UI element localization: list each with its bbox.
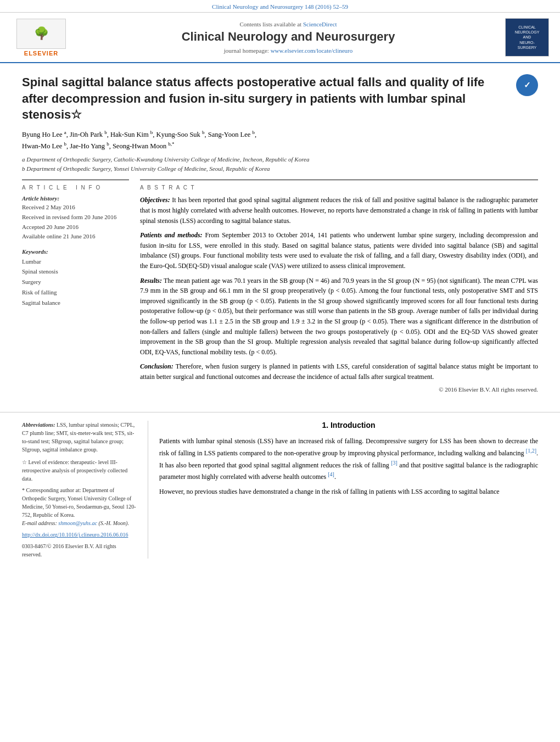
- authors-line: Byung Ho Lee a, Jin-Oh Park b, Hak-Sun K…: [22, 129, 538, 152]
- journal-citation: Clinical Neurology and Neurosurgery 148 …: [0, 0, 560, 13]
- accepted-date: Accepted 20 June 2016: [22, 222, 129, 232]
- sciencedirect-link[interactable]: ScienceDirect: [303, 21, 337, 27]
- email-label: E-mail address:: [22, 520, 57, 526]
- corresponding-label: *: [22, 487, 25, 493]
- abstract-header: A B S T R A C T: [140, 185, 538, 191]
- corresponding-block: * Corresponding author at: Department of…: [22, 486, 137, 527]
- issn-copyright: 0303-8467/© 2016 Elsevier B.V. All right…: [22, 542, 137, 559]
- two-col-section: A R T I C L E I N F O Article history: R…: [22, 180, 538, 393]
- keyword-3: Surgery: [22, 277, 129, 287]
- conclusion-label: Conclusion:: [140, 362, 173, 370]
- level-text: Level of evidence: therapeutic- level II…: [22, 459, 127, 482]
- elsevier-logo: 🌳 ELSEVIER: [11, 19, 71, 57]
- ref-4: [4]: [328, 471, 334, 477]
- homepage-line: journal homepage: www.elsevier.com/locat…: [82, 47, 494, 54]
- ref-1-2: [1,2]: [526, 448, 536, 454]
- affiliations: a Department of Orthopedic Surgery, Cath…: [22, 155, 538, 173]
- keyword-2: Spinal stenosis: [22, 266, 129, 277]
- abstract-objectives: Objectives: It has been reported that go…: [140, 195, 538, 226]
- doi-link[interactable]: http://dx.doi.org/10.1016/j.clineuro.201…: [22, 532, 128, 538]
- objectives-text: It has been reported that good spinal sa…: [140, 196, 538, 224]
- keyword-5: Sagittal balance: [22, 298, 129, 308]
- article-history-label: Article history:: [22, 195, 129, 202]
- journal-center: Contents lists available at ScienceDirec…: [71, 21, 505, 54]
- elsevier-image: 🌳: [16, 19, 66, 49]
- citation-text: Clinical Neurology and Neurosurgery 148 …: [212, 3, 348, 10]
- email-suffix: (S.-H. Moon).: [98, 520, 129, 526]
- keyword-1: Lumbar: [22, 256, 129, 267]
- intro-para-1: Patients with lumbar spinal stenosis (LS…: [159, 436, 538, 482]
- intro-heading: 1. Introduction: [159, 421, 538, 429]
- abstract-col: A B S T R A C T Objectives: It has been …: [140, 180, 538, 393]
- journal-logo-right: CLINICALNEUROLOGYANDNEURO-SURGERY: [505, 18, 549, 57]
- abstract-patients: Patients and methods: From September 201…: [140, 230, 538, 271]
- received-date: Received 2 May 2016: [22, 203, 129, 213]
- article-main: Spinal sagittal balance status affects p…: [0, 63, 560, 404]
- article-title: Spinal sagittal balance status affects p…: [22, 74, 508, 123]
- footnotes-col: Abbreviations: LSS, lumbar spinal stenos…: [22, 421, 148, 559]
- abbreviations-block: Abbreviations: LSS, lumbar spinal stenos…: [22, 421, 137, 454]
- section-divider: [0, 412, 560, 412]
- article-info-header: A R T I C L E I N F O: [22, 185, 129, 191]
- received-revised-date: Received in revised form 20 June 2016: [22, 213, 129, 222]
- intro-col: 1. Introduction Patients with lumbar spi…: [148, 421, 538, 559]
- journal-title: Clinical Neurology and Neurosurgery: [82, 30, 494, 44]
- doi-block: http://dx.doi.org/10.1016/j.clineuro.201…: [22, 531, 137, 539]
- affiliation-a: a Department of Orthopedic Surgery, Cath…: [22, 155, 538, 164]
- article-info-col: A R T I C L E I N F O Article history: R…: [22, 180, 129, 393]
- ref-3: [3]: [391, 460, 397, 466]
- abstract-conclusion: Conclusion: Therefore, when fusion surge…: [140, 361, 538, 382]
- conclusion-text: Therefore, when fusion surgery is planne…: [140, 362, 538, 381]
- article-history-block: Article history: Received 2 May 2016 Rec…: [22, 195, 129, 241]
- available-date: Available online 21 June 2016: [22, 232, 129, 242]
- objectives-label: Objectives:: [140, 196, 170, 204]
- keywords-label: Keywords:: [22, 248, 129, 255]
- keywords-block: Keywords: Lumbar Spinal stenosis Surgery…: [22, 248, 129, 308]
- keyword-4: Risk of falling: [22, 287, 129, 298]
- article-title-section: Spinal sagittal balance status affects p…: [22, 74, 538, 123]
- homepage-link[interactable]: www.elsevier.com/locate/clineuro: [271, 47, 353, 54]
- corresponding-text: Corresponding author at: Department of O…: [22, 487, 136, 518]
- results-label: Results:: [140, 277, 162, 284]
- level-evidence-block: ☆ Level of evidence: therapeutic- level …: [22, 458, 137, 483]
- level-label: ☆: [22, 459, 27, 465]
- journal-header: 🌳 ELSEVIER Contents lists available at S…: [0, 13, 560, 63]
- patients-label: Patients and methods:: [140, 231, 203, 239]
- affiliation-b: b Department of Orthopedic Surgery, Yons…: [22, 164, 538, 174]
- copyright-line: © 2016 Elsevier B.V. All rights reserved…: [140, 386, 538, 393]
- tree-icon: 🌳: [34, 27, 49, 40]
- crossmark-logo[interactable]: ✓: [516, 74, 538, 96]
- bottom-section: Abbreviations: LSS, lumbar spinal stenos…: [0, 421, 560, 559]
- abstract-results: Results: The mean patient age was 70.1 y…: [140, 276, 538, 358]
- email-link[interactable]: shmoon@yuhs.ac: [58, 520, 97, 526]
- intro-para-2: However, no previous studies have demons…: [159, 487, 538, 497]
- contents-line: Contents lists available at ScienceDirec…: [82, 21, 494, 27]
- results-text: The mean patient age was 70.1 years in t…: [140, 277, 538, 356]
- elsevier-brand: ELSEVIER: [24, 50, 58, 57]
